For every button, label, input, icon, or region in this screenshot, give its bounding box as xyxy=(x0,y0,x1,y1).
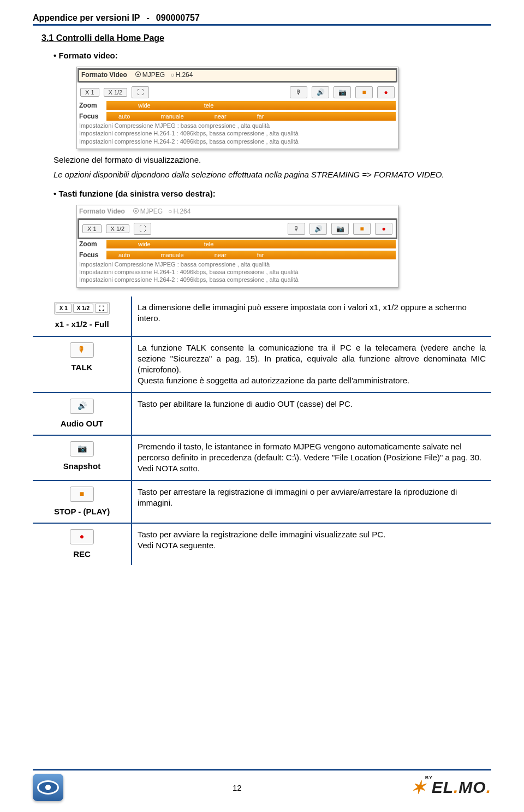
bullet-formato-video: • Formato video: xyxy=(53,51,491,60)
stop-icon[interactable]: ■ xyxy=(353,223,371,235)
speaker-icon[interactable]: 🔊 xyxy=(309,223,327,235)
focus-label: Focus xyxy=(79,112,106,120)
radio-mjpeg[interactable] xyxy=(132,71,142,79)
table-row: X 1X 1/2⛶ x1 - x1/2 - Full La dimensione… xyxy=(33,297,491,336)
para-selezione: Selezione del formato di visualizzazione… xyxy=(53,155,491,165)
elmo-logo: BYEL.MO. xyxy=(411,778,491,797)
btn-x1[interactable]: X 1 xyxy=(80,88,99,97)
mic-icon[interactable]: 🎙 xyxy=(288,223,305,235)
row-label: x1 - x1/2 - Full xyxy=(38,319,126,330)
row-label: STOP - (PLAY) xyxy=(38,506,126,517)
fullscreen-icon[interactable]: ⛶ xyxy=(134,223,151,235)
zoom-label: Zoom xyxy=(79,102,106,109)
footer: 12 BYEL.MO. xyxy=(33,769,491,801)
row-desc: Premendo il tasto, le istantanee in form… xyxy=(132,435,491,481)
header-doc-number: 090000757 xyxy=(156,13,200,23)
table-row: 🎙 TALK La funzione TALK consente la comu… xyxy=(33,336,491,393)
rec-icon[interactable]: ● xyxy=(375,223,392,235)
x1-x12-full-icon: X 1X 1/2⛶ xyxy=(54,302,110,315)
page-number: 12 xyxy=(233,783,242,792)
table-row: 🔊 Audio OUT Tasto per abilitare la funzi… xyxy=(33,393,491,435)
row-desc: Tasto per avviare la registrazione delle… xyxy=(132,523,491,565)
btn-x1[interactable]: X 1 xyxy=(82,224,102,233)
section-title: 3.1 Controlli della Home Page xyxy=(41,33,491,43)
rec-icon: ● xyxy=(70,529,94,544)
row-label: Audio OUT xyxy=(38,418,126,429)
camera-icon[interactable]: 📷 xyxy=(331,223,349,235)
row-label: Snapshot xyxy=(38,461,126,472)
row-desc: Tasto per abilitare la funzione di audio… xyxy=(132,393,491,435)
speaker-icon[interactable]: 🔊 xyxy=(312,86,329,98)
header-sep: - xyxy=(140,13,156,23)
btn-x12[interactable]: X 1/2 xyxy=(106,224,130,233)
mic-icon[interactable]: 🎙 xyxy=(290,86,307,98)
compression-text-3: Impostazioni compressione H.264-2 : 4096… xyxy=(79,138,396,145)
camera-icon[interactable]: 📷 xyxy=(334,86,351,98)
compression-text-2: Impostazioni compressione H.264-1 : 4096… xyxy=(79,129,396,137)
eye-logo-icon xyxy=(33,774,63,801)
screenshot-tasti-funzione: Formato Video MJPEG H.264 X 1 X 1/2 ⛶ 🎙 … xyxy=(76,205,398,288)
para-opzioni: Le opzioni disponibili dipendono dalla s… xyxy=(53,169,491,180)
bullet-tasti: • Tasti funzione (da sinistra verso dest… xyxy=(53,189,491,198)
stop-icon[interactable]: ■ xyxy=(355,86,373,98)
row-desc: Tasto per arrestare la registrazione di … xyxy=(132,481,491,523)
header-title: Appendice per versioni IP xyxy=(33,13,140,23)
rec-icon[interactable]: ● xyxy=(377,86,395,98)
stop-icon: ■ xyxy=(70,487,94,502)
row-label: TALK xyxy=(38,362,126,373)
table-row: 📷 Snapshot Premendo il tasto, le istanta… xyxy=(33,435,491,481)
mic-icon: 🎙 xyxy=(70,342,94,358)
table-row: ● REC Tasto per avviare la registrazione… xyxy=(33,523,491,565)
row-label: REC xyxy=(38,549,126,560)
function-table: X 1X 1/2⛶ x1 - x1/2 - Full La dimensione… xyxy=(33,297,491,565)
fullscreen-icon[interactable]: ⛶ xyxy=(132,86,149,98)
header-rule xyxy=(33,24,491,26)
row-desc: La funzione TALK consente la comunicazio… xyxy=(132,336,491,393)
speaker-icon: 🔊 xyxy=(70,399,94,414)
radio-h264[interactable] xyxy=(165,71,175,79)
screenshot-formato-video: Formato Video MJPEG H.264 X 1 X 1/2 ⛶ 🎙 … xyxy=(76,67,398,149)
btn-x12[interactable]: X 1/2 xyxy=(104,88,128,97)
compression-text-1: Impostazioni Compressione MJPEG : bassa … xyxy=(79,122,396,129)
format-label: Formato Video xyxy=(81,71,127,79)
camera-icon: 📷 xyxy=(70,441,94,457)
table-row: ■ STOP - (PLAY) Tasto per arrestare la r… xyxy=(33,481,491,523)
row-desc: La dimensione delle immagini può essere … xyxy=(132,297,491,336)
